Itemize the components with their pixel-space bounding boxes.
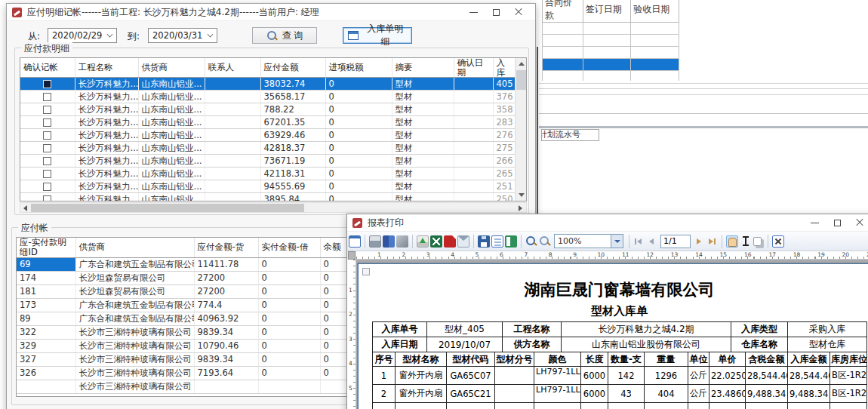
column-header[interactable]: 供货商 (138, 58, 205, 78)
confirm-checkbox[interactable] (43, 144, 51, 152)
table-row[interactable]: 长沙万科魅力...山东南山铝业...35658.170型材376 (20, 91, 515, 103)
column-header[interactable]: 签订日期 (583, 0, 631, 23)
scroll-down-icon[interactable] (516, 189, 527, 201)
single-page-icon[interactable] (491, 235, 503, 248)
chevron-down-icon[interactable] (611, 235, 623, 248)
printer-icon[interactable] (369, 235, 381, 248)
app-icon (12, 8, 22, 17)
maximize-button[interactable] (485, 5, 507, 20)
zoom-in-icon[interactable] (525, 235, 537, 248)
from-date-select[interactable]: 2020/02/29 (48, 28, 117, 43)
report-print-window: 报表打印 100% 12345678910111213141516171819 (346, 214, 868, 409)
confirm-checkbox[interactable] (43, 118, 51, 127)
confirm-checkbox[interactable] (43, 170, 51, 178)
column-header[interactable]: 联系人 (205, 58, 260, 78)
horizontal-scrollbar[interactable] (20, 202, 527, 213)
facing-pages-icon[interactable] (505, 235, 517, 248)
ruler-number: 4 (451, 251, 454, 258)
first-page-icon[interactable] (633, 235, 645, 248)
titlebar[interactable]: 应付明细记帐------当前工程: 长沙万科魅力之城4.2期------当前用户… (7, 4, 535, 21)
table-row[interactable]: 长沙万科魅力...山东南山铝业...42818.370型材275 (20, 142, 515, 155)
to-date-select[interactable]: 2020/03/31 (148, 28, 217, 43)
zoom-select[interactable]: 100% (554, 234, 623, 248)
column-header[interactable]: 应付金额 (260, 58, 325, 78)
inbound-detail-button[interactable]: 入库单明细 (343, 27, 412, 44)
column-header[interactable]: 供货商 (75, 238, 194, 257)
window-title: 报表打印 (368, 217, 404, 229)
page-setup-icon[interactable] (383, 235, 395, 248)
copy-icon[interactable] (753, 237, 762, 246)
close-preview-icon[interactable] (772, 235, 784, 248)
column-header[interactable]: 合同价款 (543, 0, 583, 23)
column-header[interactable]: 应-实付款明细ID (17, 238, 75, 257)
column-header[interactable]: 摘要 (392, 58, 454, 78)
window-icon (348, 31, 359, 40)
confirm-checkbox[interactable] (43, 80, 51, 88)
table-row[interactable]: 长沙万科魅力...山东南山铝业...42118.310型材265 (20, 168, 515, 180)
table-row[interactable]: 长沙万科魅力...山东南山铝业...3895.840型材250 (20, 193, 515, 201)
confirm-checkbox[interactable] (43, 195, 51, 201)
excel-export-icon[interactable] (430, 235, 442, 248)
pdf-export-icon[interactable] (444, 235, 456, 248)
settings-icon[interactable] (396, 235, 408, 248)
table-row[interactable] (543, 23, 679, 35)
table-row[interactable]: 长沙万科魅力...山东南山铝业...788.220型材358 (20, 103, 515, 116)
column-header[interactable]: 确认日期 (454, 58, 493, 78)
ruler-number: 14 (695, 251, 703, 258)
column-header[interactable]: 实付金额-借 (258, 238, 320, 257)
text-select-icon[interactable] (740, 235, 752, 248)
maximize-button[interactable] (826, 215, 848, 230)
next-page-icon[interactable] (694, 235, 705, 248)
table-row[interactable] (543, 35, 679, 47)
previous-page-icon[interactable] (646, 235, 657, 248)
scrollbar-thumb[interactable] (516, 70, 526, 90)
ruler-number: 8 (549, 251, 553, 258)
email-export-icon[interactable] (457, 235, 469, 248)
confirm-checkbox[interactable] (43, 106, 51, 114)
column-header[interactable]: 应付金额-货 (194, 238, 258, 257)
table-row[interactable] (543, 71, 679, 81)
horizontal-ruler: 123456789101112131415161718192021 (356, 251, 868, 260)
column-header: 数量-支 (608, 352, 645, 367)
scrollbar-thumb[interactable] (31, 204, 304, 212)
table-row[interactable]: 长沙万科魅力...山东南山铝业...67201.350型材283 (20, 116, 515, 129)
close-button[interactable] (507, 5, 530, 20)
report-page: 湖南巨晟门窗幕墙有限公司 型材入库单 入库单号型材_405工程名称长沙万科魅力之… (358, 263, 868, 409)
scroll-left-icon[interactable] (22, 204, 29, 212)
scroll-right-icon[interactable] (517, 204, 525, 212)
confirm-checkbox[interactable] (43, 93, 51, 101)
close-button[interactable] (848, 215, 868, 230)
minimize-button[interactable] (462, 5, 485, 20)
table-row[interactable]: 长沙万科魅力...山东南山铝业...73671.190型材266 (20, 155, 515, 168)
column-header[interactable]: 工程名称 (75, 58, 138, 78)
column-header[interactable]: 确认记帐 (20, 58, 75, 78)
window-title: 应付明细记帐------当前工程: 长沙万科魅力之城4.2期------当前用户… (27, 6, 319, 19)
confirm-checkbox[interactable] (43, 183, 51, 191)
column-header[interactable]: 进项税额 (325, 58, 392, 78)
scroll-up-icon[interactable] (516, 58, 527, 69)
export-icon[interactable] (417, 235, 429, 248)
table-row[interactable]: 长沙万科魅力...山东南山铝业...38032.740型材405 (20, 78, 515, 91)
confirm-checkbox[interactable] (43, 131, 51, 140)
save-icon[interactable] (478, 235, 490, 248)
page-number-input[interactable] (660, 235, 691, 248)
table-row[interactable]: 长沙万科魅力...山东南山铝业...94555.690型材251 (20, 180, 515, 193)
ruler-number: 16 (744, 251, 752, 258)
query-button[interactable]: 查 询 (252, 27, 317, 44)
preview-area[interactable]: 12345 湖南巨晟门窗幕墙有限公司 型材入库单 入库单号型材_405工程名称长… (347, 260, 868, 409)
minimize-button[interactable] (803, 215, 826, 230)
column-header[interactable]: 验收日期 (631, 0, 679, 23)
table-row[interactable] (543, 59, 679, 71)
vertical-scrollbar[interactable] (515, 58, 526, 201)
table-row[interactable]: 长沙万科魅力...山东南山铝业...63929.460型材276 (20, 129, 515, 142)
confirm-checkbox[interactable] (43, 157, 51, 165)
hand-icon[interactable] (726, 235, 738, 248)
zoom-out-icon[interactable] (539, 235, 551, 248)
titlebar[interactable]: 报表打印 (347, 214, 868, 232)
table-row[interactable] (543, 47, 679, 59)
column-header: 单价 (709, 352, 746, 367)
ruler-number: 5 (476, 251, 479, 258)
column-header[interactable]: 入库 (493, 58, 515, 78)
document-icon[interactable] (349, 235, 361, 248)
last-page-icon[interactable] (706, 235, 718, 248)
